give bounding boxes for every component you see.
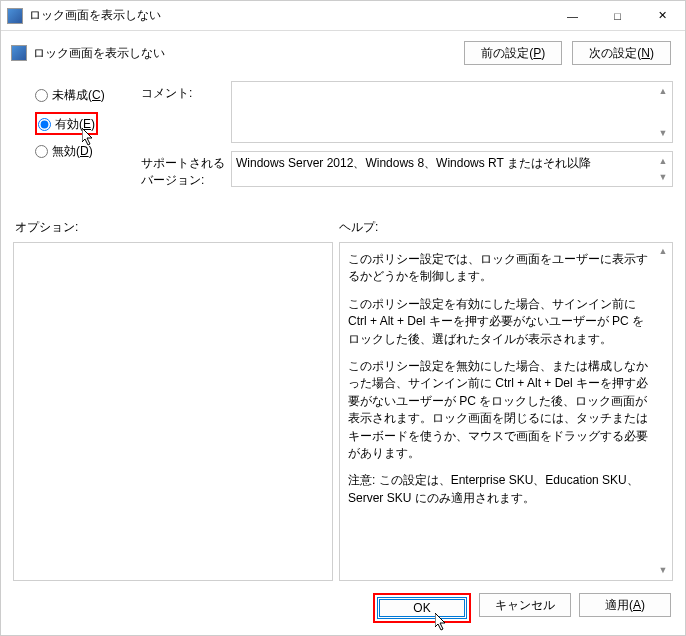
policy-icon [11,45,27,61]
radio-disabled[interactable] [35,145,48,158]
help-panel: このポリシー設定では、ロック画面をユーザーに表示するかどうかを制御します。 この… [339,242,673,581]
policy-title: ロック画面を表示しない [33,45,464,62]
help-text: 注意: この設定は、Enterprise SKU、Education SKU、S… [348,472,650,507]
prev-setting-button[interactable]: 前の設定(P) [464,41,562,65]
state-radios: 未構成(C) 有効(E) 無効(D) [13,81,141,197]
apply-button[interactable]: 適用(A) [579,593,671,617]
scroll-down-icon[interactable]: ▼ [656,564,670,578]
version-textbox: Windows Server 2012、Windows 8、Windows RT… [231,151,673,187]
toolbar: ロック画面を表示しない 前の設定(P) 次の設定(N) [1,31,685,75]
scroll-down-icon[interactable]: ▼ [656,170,670,184]
ok-button[interactable]: OK [377,597,467,619]
radio-enabled[interactable] [38,118,51,131]
radio-enabled-label[interactable]: 有効(E) [55,116,95,133]
maximize-button[interactable]: □ [595,1,640,30]
next-setting-button[interactable]: 次の設定(N) [572,41,671,65]
help-text: このポリシー設定を無効にした場合、または構成しなかった場合、サインイン前に Ct… [348,358,650,462]
scroll-up-icon[interactable]: ▲ [656,245,670,259]
options-panel [13,242,333,581]
help-text: このポリシー設定を有効にした場合、サインイン前に Ctrl + Alt + De… [348,296,650,348]
comment-label: コメント: [141,81,231,143]
help-label: ヘルプ: [339,219,673,236]
dialog-buttons: OK キャンセル 適用(A) [13,593,673,623]
scroll-up-icon[interactable]: ▲ [656,154,670,168]
app-icon [7,8,23,24]
scroll-up-icon[interactable]: ▲ [656,84,670,98]
dialog-window: ロック画面を表示しない — □ ✕ ロック画面を表示しない 前の設定(P) 次の… [0,0,686,636]
close-button[interactable]: ✕ [640,1,685,30]
titlebar: ロック画面を表示しない — □ ✕ [1,1,685,31]
scroll-down-icon[interactable]: ▼ [656,126,670,140]
highlight-ok: OK [373,593,471,623]
minimize-button[interactable]: — [550,1,595,30]
comment-textbox[interactable]: ▲ ▼ [231,81,673,143]
window-title: ロック画面を表示しない [29,7,550,24]
radio-not-configured[interactable] [35,89,48,102]
options-label: オプション: [13,219,339,236]
version-label: サポートされるバージョン: [141,151,231,189]
radio-not-configured-label[interactable]: 未構成(C) [52,87,105,104]
cancel-button[interactable]: キャンセル [479,593,571,617]
highlight-enabled: 有効(E) [35,112,98,135]
help-text: このポリシー設定では、ロック画面をユーザーに表示するかどうかを制御します。 [348,251,650,286]
radio-disabled-label[interactable]: 無効(D) [52,143,93,160]
